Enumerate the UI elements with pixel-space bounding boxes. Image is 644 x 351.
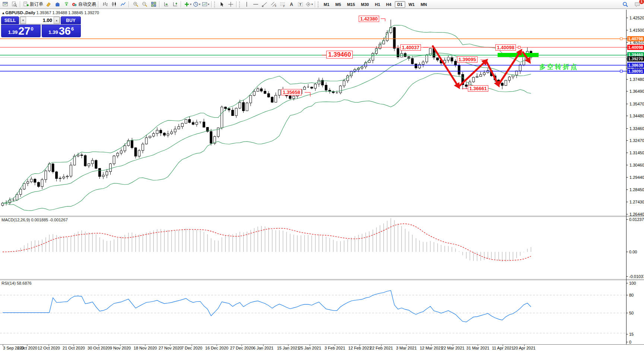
svg-text:25 Jan 2021: 25 Jan 2021 xyxy=(299,346,321,350)
svg-text:1.37480: 1.37480 xyxy=(629,77,644,82)
zoom-in-icon xyxy=(133,1,139,7)
svg-text:E: E xyxy=(275,4,276,7)
collapse-panel-icon[interactable]: ▴ xyxy=(2,10,4,15)
auto-scroll-button[interactable] xyxy=(162,1,171,8)
auto-trading-icon xyxy=(72,1,77,7)
line-handle[interactable] xyxy=(620,70,622,72)
buy-price-big: 36 xyxy=(59,26,71,36)
chart-window-button[interactable] xyxy=(1,1,10,8)
svg-text:1.27430: 1.27430 xyxy=(629,200,644,204)
signals-button[interactable] xyxy=(62,1,71,8)
svg-text:-0.010374: -0.010374 xyxy=(629,274,644,279)
templates-button[interactable]: ▾ xyxy=(201,1,210,8)
svg-text:12 Feb 2021: 12 Feb 2021 xyxy=(348,346,371,350)
line-handle[interactable] xyxy=(518,46,520,48)
market-icon xyxy=(55,1,60,7)
equidistant-channel-button[interactable]: E xyxy=(269,1,278,8)
macd-label: MACD(12,26,9) 0.001885 -0.001267 xyxy=(1,218,68,222)
zoom-in-button[interactable] xyxy=(131,1,140,8)
buy-price-panel[interactable]: 1.39 36 6 xyxy=(42,25,81,37)
timeframe-W1[interactable]: W1 xyxy=(406,1,418,8)
cursor-button[interactable] xyxy=(217,1,226,8)
chart-window-icon xyxy=(3,1,8,7)
price-label[interactable]: 1.39460 xyxy=(326,51,353,58)
toolbar-separator xyxy=(211,1,213,7)
svg-text:1.29440: 1.29440 xyxy=(629,175,644,180)
bars-chart-button[interactable] xyxy=(101,1,110,8)
price-label[interactable]: 1.35658 xyxy=(281,89,302,95)
svg-text:31 Mar 2021: 31 Mar 2021 xyxy=(466,346,489,350)
price-label[interactable]: 1.42380 xyxy=(359,16,379,22)
line-chart-button[interactable] xyxy=(118,1,127,8)
timeframe-M1[interactable]: M1 xyxy=(321,1,332,8)
timeframe-M5[interactable]: M5 xyxy=(333,1,343,8)
profile-preview-icon xyxy=(12,1,17,7)
vertical-line-button[interactable] xyxy=(242,1,251,8)
timeframe-H1[interactable]: H1 xyxy=(372,1,383,8)
tile-windows-button[interactable] xyxy=(149,1,158,8)
buy-price-sup: 6 xyxy=(71,26,74,32)
templates-icon xyxy=(202,1,207,7)
auto-trading-button[interactable]: 自动交易 xyxy=(71,1,97,8)
volume-decrease-button[interactable]: ▼ xyxy=(20,17,26,24)
candlestick-chart-button[interactable] xyxy=(110,1,118,8)
toolbar-grip[interactable] xyxy=(318,1,320,7)
toolbar-separator xyxy=(159,1,161,7)
indicators-button[interactable]: ▾ xyxy=(183,1,192,8)
sell-price-panel[interactable]: 1.39 27 0 xyxy=(1,25,41,37)
sell-price-small: 1.39 xyxy=(8,29,18,35)
periods-dropdown-icon[interactable]: ▾ xyxy=(199,3,200,6)
arrows-button[interactable]: ▾ xyxy=(305,1,314,8)
rsi-value: 58.6876 xyxy=(17,281,32,285)
arrows-dropdown-icon[interactable]: ▾ xyxy=(311,3,313,6)
timeframe-H4[interactable]: H4 xyxy=(384,1,394,8)
trendline-button[interactable] xyxy=(260,1,269,8)
timeframe-D1[interactable]: D1 xyxy=(395,1,405,8)
notifications-button[interactable]: 1 xyxy=(633,1,642,8)
annotation-text[interactable]: 多空转折点 xyxy=(539,63,578,71)
indicators-dropdown-icon[interactable]: ▾ xyxy=(190,3,191,6)
toolbar-grip[interactable] xyxy=(214,1,216,7)
volume-control: ▼ ▲ xyxy=(20,16,60,24)
line-handle[interactable] xyxy=(620,38,622,40)
buy-button[interactable]: BUY xyxy=(61,16,81,24)
svg-text:1.34480: 1.34480 xyxy=(629,114,644,118)
highlighter-button[interactable] xyxy=(44,1,53,8)
price-label[interactable]: 1.39095 xyxy=(457,56,478,63)
text-button[interactable]: A xyxy=(287,1,296,8)
periods-button[interactable]: ▾ xyxy=(192,1,201,8)
timeframe-M30[interactable]: M30 xyxy=(358,1,371,8)
sell-button[interactable]: SELL xyxy=(1,16,19,24)
price-label[interactable]: 1.40037 xyxy=(400,44,421,51)
new-order-button[interactable]: 新订单 xyxy=(22,1,44,8)
fibonacci-button[interactable]: F xyxy=(278,1,287,8)
svg-text:F: F xyxy=(283,5,285,7)
svg-text:T: T xyxy=(299,2,301,6)
market-button[interactable] xyxy=(53,1,62,8)
equidistant-channel-icon: E xyxy=(271,1,276,7)
crosshair-button[interactable] xyxy=(226,1,235,8)
horizontal-line-button[interactable] xyxy=(251,1,260,8)
price-label[interactable]: 1.36661 xyxy=(468,85,488,92)
crosshair-icon xyxy=(228,1,234,7)
chart-canvas[interactable]: 1.425201.415001.405101.385001.374801.364… xyxy=(0,0,644,351)
search-button[interactable] xyxy=(621,1,630,8)
price-label[interactable]: 1.40098 xyxy=(495,44,516,51)
svg-text:80: 80 xyxy=(629,293,634,297)
zoom-out-button[interactable] xyxy=(140,1,149,8)
horizontal-line-icon xyxy=(253,1,258,7)
svg-text:1.38091: 1.38091 xyxy=(628,69,643,73)
svg-text:2 Oct 2020: 2 Oct 2020 xyxy=(17,346,37,350)
timeframe-MN[interactable]: MN xyxy=(418,1,429,8)
toolbar-separator xyxy=(315,1,316,7)
profile-preview-button[interactable] xyxy=(10,1,19,8)
ohlc-readout: 1.39367 1.39488 1.38845 1.39270 xyxy=(37,10,99,15)
templates-dropdown-icon[interactable]: ▾ xyxy=(208,3,209,6)
volume-input[interactable] xyxy=(26,17,54,24)
chart-shift-button[interactable] xyxy=(171,1,180,8)
volume-increase-button[interactable]: ▲ xyxy=(54,17,60,24)
signals-icon xyxy=(64,1,69,7)
text-label-button[interactable]: T xyxy=(296,1,305,8)
toolbar-grip[interactable] xyxy=(239,1,241,7)
timeframe-M15[interactable]: M15 xyxy=(345,1,358,8)
